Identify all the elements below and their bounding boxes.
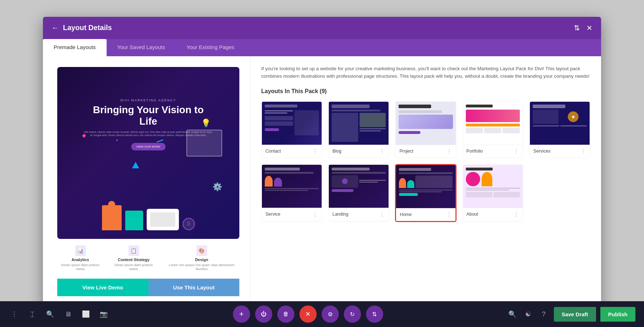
layout-thumb-project <box>396 102 455 145</box>
sort-button[interactable]: ⇅ <box>366 306 383 323</box>
back-button[interactable]: ← <box>52 24 59 32</box>
layout-name-portfolio: Portfolio <box>467 149 483 154</box>
layout-card-footer-project: Project ⋮ <box>396 145 455 158</box>
layout-thumb-service <box>262 165 322 208</box>
layout-menu-portfolio[interactable]: ⋮ <box>513 148 519 155</box>
left-panel: DIVI MARKETING AGENCY Bringing Your Visi… <box>43 56 250 311</box>
hero-title: Bringing Your Vision to Life <box>83 104 214 127</box>
layout-name-about: About <box>467 212 478 217</box>
bottom-toolbar: ⋮ ⌶ 🔍 🖥 ⬜ 📷 + ⏻ 🗑 ✕ ⚙ ↻ ⇅ 🔍 ☯ ? Save Dra… <box>0 301 644 327</box>
history-button[interactable]: ↻ <box>344 306 361 323</box>
analytics-label-1: Content Strategy <box>118 258 150 262</box>
analytics-item-0: 📊 Analytics Donec ipsum diam pretium met… <box>57 245 103 271</box>
layout-name-service: Service <box>265 212 280 217</box>
preview-image: DIVI MARKETING AGENCY Bringing Your Visi… <box>57 67 239 239</box>
analytics-icon-2: 🎨 <box>196 245 207 256</box>
layout-card-about[interactable]: About ⋮ <box>462 164 523 222</box>
tabs-bar: Premade Layouts Your Saved Layouts Your … <box>43 39 601 56</box>
layout-card-home[interactable]: Home ⋮ <box>395 164 456 222</box>
layout-card-services[interactable]: ★ Services ⋮ <box>529 101 590 158</box>
view-live-demo-button[interactable]: View Live Demo <box>57 279 148 296</box>
layout-thumb-blog <box>329 102 389 145</box>
refresh-icon[interactable]: ☯ <box>522 308 534 320</box>
analytics-desc-0: Donec ipsum diam pretium metus <box>57 263 103 271</box>
layout-card-footer-home: Home ⋮ <box>396 208 455 221</box>
modal-content: DIVI MARKETING AGENCY Bringing Your Visi… <box>43 56 601 311</box>
layout-menu-service[interactable]: ⋮ <box>312 211 318 218</box>
analytics-desc-2: Lorem non ipsque non quam vitae elementu… <box>164 263 239 271</box>
analytics-label-0: Analytics <box>72 258 89 262</box>
layout-menu-project[interactable]: ⋮ <box>447 148 452 155</box>
layout-thumb-services: ★ <box>530 102 590 145</box>
use-this-layout-button[interactable]: Use This Layout <box>148 279 240 296</box>
tab-premade[interactable]: Premade Layouts <box>43 39 107 56</box>
power-button[interactable]: ⏻ <box>255 306 272 323</box>
close-icon[interactable]: ✕ <box>586 24 592 32</box>
close-button[interactable]: ✕ <box>299 306 317 323</box>
analytics-icon-0: 📊 <box>75 245 86 256</box>
pack-title: Layouts In This Pack (9) <box>261 88 590 95</box>
analytics-strip: 📊 Analytics Donec ipsum diam pretium met… <box>57 239 239 271</box>
preview-buttons: View Live Demo Use This Layout <box>57 279 239 296</box>
toolbar-tablet-icon[interactable]: ⬜ <box>80 308 92 320</box>
layout-card-footer-contact: Contact ⋮ <box>262 145 322 158</box>
toolbar-search-icon[interactable]: 🔍 <box>44 308 56 320</box>
toolbar-grid-icon[interactable]: ⌶ <box>26 308 38 320</box>
layout-card-footer-services: Services ⋮ <box>530 145 590 158</box>
layout-thumb-about <box>463 165 523 208</box>
modal-header: ← Layout Details ⇅ ✕ <box>43 17 601 39</box>
layout-thumb-home <box>396 165 455 208</box>
layout-card-project[interactable]: Project ⋮ <box>395 101 456 158</box>
layout-name-blog: Blog <box>332 149 341 154</box>
preview-inner: DIVI MARKETING AGENCY Bringing Your Visi… <box>66 76 230 230</box>
layout-menu-landing[interactable]: ⋮ <box>379 211 385 218</box>
publish-button[interactable]: Publish <box>600 307 635 322</box>
analytics-item-1: 📋 Content Strategy Donec ipsum diam pret… <box>111 245 157 271</box>
layouts-grid: Contact ⋮ <box>261 101 590 222</box>
layout-card-contact[interactable]: Contact ⋮ <box>261 101 322 158</box>
layout-card-blog[interactable]: Blog ⋮ <box>328 101 389 158</box>
analytics-icon-1: 📋 <box>128 245 139 256</box>
layout-card-footer-portfolio: Portfolio ⋮ <box>463 145 523 158</box>
analytics-desc-1: Donec ipsum diam pretium metus <box>111 263 157 271</box>
layout-card-landing[interactable]: Landing ⋮ <box>328 164 389 222</box>
layout-name-contact: Contact <box>265 149 281 154</box>
toolbar-more-icon[interactable]: ⋮ <box>9 308 20 320</box>
toolbar-left: ⋮ ⌶ 🔍 🖥 ⬜ 📷 <box>9 308 109 320</box>
layout-name-landing: Landing <box>332 212 348 217</box>
layout-name-home: Home <box>400 212 411 217</box>
modal-title: Layout Details <box>63 24 574 32</box>
layout-menu-blog[interactable]: ⋮ <box>379 148 385 155</box>
tab-existing[interactable]: Your Existing Pages <box>176 39 245 56</box>
search-right-icon[interactable]: 🔍 <box>507 308 518 320</box>
save-draft-button[interactable]: Save Draft <box>554 307 596 322</box>
settings-button[interactable]: ⚙ <box>322 306 339 323</box>
layout-menu-contact[interactable]: ⋮ <box>312 148 318 155</box>
help-icon[interactable]: ? <box>538 308 550 320</box>
toolbar-center: + ⏻ 🗑 ✕ ⚙ ↻ ⇅ <box>109 306 507 323</box>
toolbar-desktop-icon[interactable]: 🖥 <box>62 308 74 320</box>
layout-menu-services[interactable]: ⋮ <box>580 148 586 155</box>
sort-icon[interactable]: ⇅ <box>574 24 580 32</box>
layout-menu-home[interactable]: ⋮ <box>446 211 452 218</box>
layout-card-portfolio[interactable]: Portfolio ⋮ <box>462 101 523 158</box>
analytics-item-2: 🎨 Design Lorem non ipsque non quam vitae… <box>164 245 239 271</box>
layout-card-footer-service: Service ⋮ <box>262 208 322 221</box>
delete-button[interactable]: 🗑 <box>277 306 294 323</box>
toolbar-right: 🔍 ☯ ? Save Draft Publish <box>507 307 635 322</box>
right-panel: If you're looking to set up a website fo… <box>250 56 601 311</box>
layout-card-footer-landing: Landing ⋮ <box>329 208 389 221</box>
layout-card-service[interactable]: Service ⋮ <box>261 164 322 222</box>
layout-thumb-landing <box>329 165 389 208</box>
description-text: If you're looking to set up a website fo… <box>261 65 590 80</box>
layout-thumb-contact <box>262 102 322 145</box>
layout-card-footer-about: About ⋮ <box>463 208 523 221</box>
toolbar-mobile-icon[interactable]: 📷 <box>98 308 109 320</box>
layout-menu-about[interactable]: ⋮ <box>513 211 519 218</box>
layout-name-project: Project <box>399 149 413 154</box>
agency-label: DIVI MARKETING AGENCY <box>83 98 214 102</box>
analytics-label-2: Design <box>195 258 208 262</box>
header-actions: ⇅ ✕ <box>574 24 592 32</box>
tab-saved[interactable]: Your Saved Layouts <box>107 39 176 56</box>
add-section-button[interactable]: + <box>233 306 250 323</box>
